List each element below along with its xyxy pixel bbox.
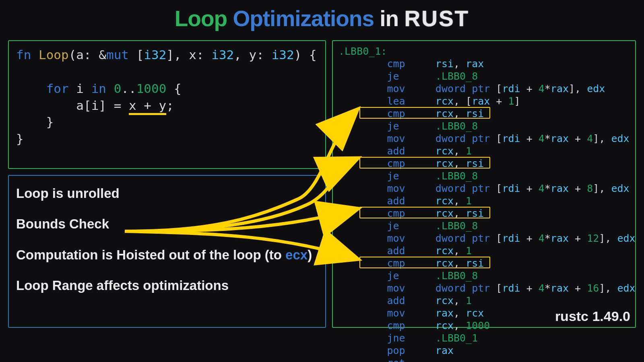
title-word-in: in [380, 6, 398, 31]
title-word-loop: Loop [175, 6, 227, 31]
note-loop-range: Loop Range affects optimizations [16, 278, 318, 294]
rust-source-panel: fn Loop(a: &mut [i32], x: i32, y: i32) {… [8, 40, 326, 169]
note-loop-unrolled: Loop is unrolled [16, 185, 318, 202]
note-hoisted-pre: Computation is Hoisted out of the loop (… [16, 247, 285, 262]
title-word-rust: RUST [405, 6, 470, 31]
note-hoisted-post: ) [308, 247, 312, 262]
rust-code-block: fn Loop(a: &mut [i32], x: i32, y: i32) {… [16, 47, 318, 148]
assembly-output-panel: .LBB0_1: cmp rsi, rax je .LBB0_8 mov dwo… [332, 40, 636, 328]
note-hoisted-reg: ecx [285, 247, 308, 262]
slide-title: Loop Optimizations in RUST [0, 0, 644, 35]
compiler-version-label: rustc 1.49.0 [555, 309, 630, 324]
hoisted-expression-underline: x + y [129, 98, 166, 115]
note-bounds-check: Bounds Check [16, 216, 318, 232]
title-word-optimizations: Optimizations [233, 6, 374, 31]
analysis-notes-panel: Loop is unrolled Bounds Check Computatio… [8, 175, 326, 328]
note-hoisted: Computation is Hoisted out of the loop (… [16, 247, 318, 263]
